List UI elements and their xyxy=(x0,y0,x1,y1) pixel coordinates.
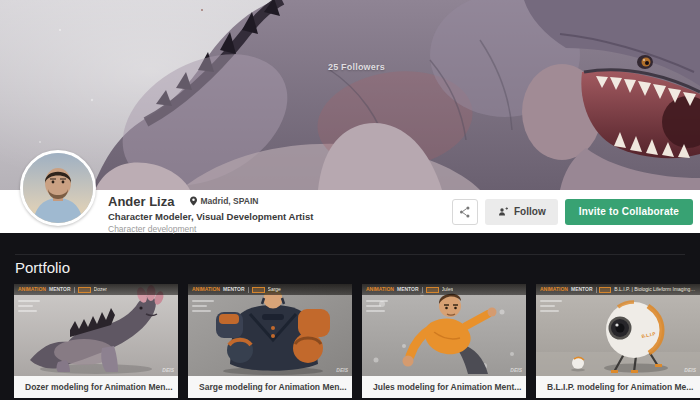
animation-mentor-logo: ANIMATION xyxy=(366,284,394,295)
portfolio-item-title[interactable]: B.L.I.P. modeling for Animation Me... xyxy=(536,376,700,398)
avatar[interactable] xyxy=(20,150,96,226)
portfolio-item-title[interactable]: Sarge modeling for Animation Men... xyxy=(188,376,352,398)
profile-subheadline: Character development xyxy=(108,224,313,234)
animation-mentor-logo: ANIMATION xyxy=(18,284,46,295)
location-pin-icon xyxy=(190,196,197,206)
portfolio-heading: Portfolio xyxy=(15,260,700,276)
follow-person-icon xyxy=(497,206,509,218)
thumbnail-brand-bar: ANIMATION MENTOR B.L.I.P. | Biologic Lif… xyxy=(536,284,700,295)
watermark: DEIS xyxy=(684,367,696,373)
thumbnail-brand-bar: ANIMATION MENTOR Dozer xyxy=(14,284,178,295)
portfolio-card-dozer[interactable]: ANIMATION MENTOR Dozer DEIS Dozer modeli… xyxy=(14,284,178,398)
follow-button-label: Follow xyxy=(514,206,546,217)
portfolio-item-title[interactable]: Dozer modeling for Animation Men... xyxy=(14,376,178,398)
follow-button[interactable]: Follow xyxy=(485,199,558,225)
profile-page: 25 Followers Ander Li xyxy=(0,0,700,400)
invite-to-collaborate-button[interactable]: Invite to Collaborate xyxy=(565,199,693,225)
portfolio-cards-row: ANIMATION MENTOR Dozer DEIS Dozer modeli… xyxy=(0,284,700,398)
avatar-photo xyxy=(23,153,93,223)
thumbnail-overlay-title: Dozer xyxy=(94,284,107,295)
watermark: DEIS xyxy=(510,367,522,373)
thumbnail-overlay-title: Jules xyxy=(442,284,454,295)
portfolio-section: Portfolio xyxy=(0,254,700,400)
portfolio-card-jules[interactable]: ANIMATION MENTOR Jules DEIS Jules modeli… xyxy=(362,284,526,398)
thumbnail-brand-bar: ANIMATION MENTOR Jules xyxy=(362,284,526,295)
course-logo-badge xyxy=(78,287,91,293)
portfolio-thumbnail[interactable]: ANIMATION MENTOR Dozer DEIS xyxy=(14,284,178,376)
animation-mentor-logo: ANIMATION xyxy=(192,284,220,295)
animation-mentor-logo-text: MENTOR xyxy=(223,284,245,295)
jules-character-art xyxy=(362,284,526,376)
thumbnail-overlay-title: B.L.I.P. | Biologic Lifeform Imaging Pro… xyxy=(614,284,696,295)
profile-location-text: Madrid, SPAIN xyxy=(200,196,258,206)
watermark: DEIS xyxy=(162,367,174,373)
portfolio-thumbnail[interactable]: ANIMATION MENTOR Sarge DEIS xyxy=(188,284,352,376)
profile-banner: 25 Followers xyxy=(0,0,700,190)
portfolio-thumbnail[interactable]: ANIMATION MENTOR Jules DEIS xyxy=(362,284,526,376)
credit-lines xyxy=(366,300,388,315)
credit-lines xyxy=(540,300,562,315)
portfolio-thumbnail[interactable]: B.L.I.P ANIMATION MENTOR B.L.I.P. | Biol… xyxy=(536,284,700,376)
thumbnail-overlay-title: Sarge xyxy=(268,284,281,295)
animation-mentor-logo: ANIMATION xyxy=(540,284,568,295)
share-icon xyxy=(458,205,472,219)
animation-mentor-logo-text: MENTOR xyxy=(397,284,419,295)
profile-text-block: Ander Liza Madrid, SPAIN Character Model… xyxy=(108,194,313,234)
portfolio-item-title[interactable]: Jules modeling for Animation Ment... xyxy=(362,376,526,398)
dozer-creature-art xyxy=(14,284,178,376)
animation-mentor-logo-text: MENTOR xyxy=(571,284,593,295)
watermark: DEIS xyxy=(336,367,348,373)
followers-count: 25 Followers xyxy=(328,62,385,72)
bar-divider xyxy=(422,287,423,293)
portfolio-card-sarge[interactable]: ANIMATION MENTOR Sarge DEIS Sarge modeli… xyxy=(188,284,352,398)
course-logo-badge xyxy=(252,287,265,293)
bar-divider xyxy=(74,287,75,293)
credit-lines xyxy=(18,300,40,315)
thumbnail-brand-bar: ANIMATION MENTOR Sarge xyxy=(188,284,352,295)
course-logo-badge xyxy=(599,287,611,293)
profile-headline: Character Modeler, Visual Development Ar… xyxy=(108,211,313,222)
blip-robot-art: B.L.I.P xyxy=(536,284,700,376)
bar-divider xyxy=(248,287,249,293)
profile-info-bar: Ander Liza Madrid, SPAIN Character Model… xyxy=(0,190,700,233)
sarge-character-art xyxy=(188,284,352,376)
profile-location: Madrid, SPAIN xyxy=(190,196,258,206)
section-divider xyxy=(15,254,685,255)
invite-button-label: Invite to Collaborate xyxy=(579,206,679,217)
share-button[interactable] xyxy=(452,199,478,225)
banner-creature-art xyxy=(0,0,700,190)
portfolio-card-blip[interactable]: B.L.I.P ANIMATION MENTOR B.L.I.P. | Biol… xyxy=(536,284,700,398)
profile-name: Ander Liza xyxy=(108,194,174,209)
bar-divider xyxy=(596,287,597,293)
animation-mentor-logo-text: MENTOR xyxy=(49,284,71,295)
course-logo-badge xyxy=(426,287,439,293)
profile-actions: Follow Invite to Collaborate xyxy=(452,199,693,225)
credit-lines xyxy=(192,300,214,315)
